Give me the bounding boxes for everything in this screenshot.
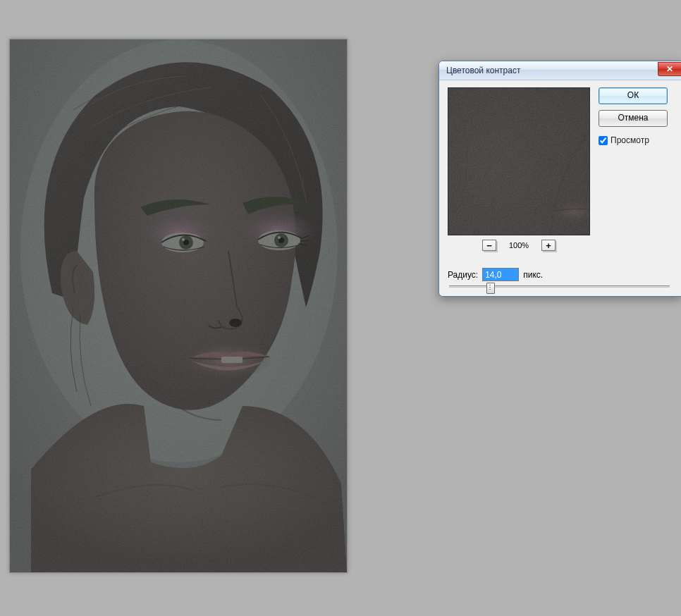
filter-preview[interactable] — [448, 87, 590, 235]
svg-rect-18 — [10, 39, 347, 572]
minus-icon: − — [486, 241, 492, 250]
preview-checkbox[interactable] — [599, 136, 608, 145]
close-button[interactable]: ✕ — [658, 62, 681, 76]
dialog-titlebar[interactable]: Цветовой контраст ✕ — [439, 61, 681, 80]
radius-slider-thumb[interactable] — [486, 283, 495, 294]
svg-rect-22 — [448, 88, 589, 235]
cancel-button[interactable]: Отмена — [599, 110, 668, 127]
plus-icon: + — [546, 241, 551, 250]
zoom-level: 100% — [509, 241, 529, 250]
radius-unit: пикс. — [523, 270, 543, 280]
zoom-in-button[interactable]: + — [541, 240, 556, 251]
portrait-highpass-image — [10, 39, 347, 572]
close-icon: ✕ — [666, 64, 673, 74]
dialog-title: Цветовой контраст — [446, 66, 520, 75]
preview-checkbox-label: Просмотр — [611, 135, 649, 145]
zoom-out-button[interactable]: − — [482, 240, 496, 251]
radius-slider[interactable] — [449, 285, 670, 289]
high-pass-dialog: Цветовой контраст ✕ — [438, 61, 681, 297]
radius-label: Радиус: — [448, 270, 478, 280]
radius-input[interactable] — [482, 268, 519, 281]
document-canvas[interactable] — [9, 39, 348, 573]
preview-checkbox-row[interactable]: Просмотр — [599, 135, 668, 145]
ok-button[interactable]: ОК — [599, 87, 668, 104]
